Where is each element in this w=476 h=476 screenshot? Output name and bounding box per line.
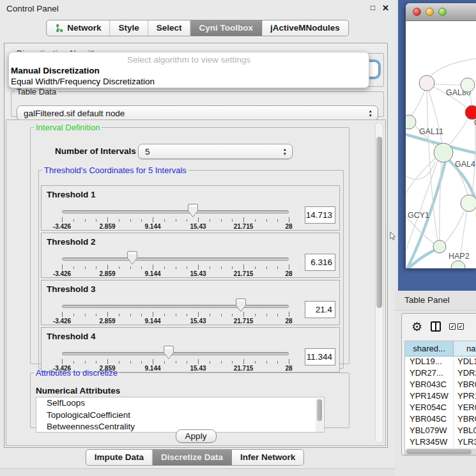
network-node-c[interactable] bbox=[465, 105, 476, 119]
threshold-value-field[interactable]: 14.713 bbox=[305, 206, 335, 224]
tab-label: Network bbox=[67, 23, 101, 33]
number-of-intervals-select[interactable]: 5 ▲▼ bbox=[138, 144, 293, 159]
table-panel-header: Table Panel bbox=[395, 291, 476, 311]
network-view-window[interactable]: GAL80GACGAL11GAL4GCY1HHAP2 bbox=[406, 3, 476, 268]
attribute-item-selfloops[interactable]: SelfLoops bbox=[36, 397, 324, 410]
attributes-legend: Attributes to discretize bbox=[34, 368, 119, 378]
table-row[interactable]: YBR045CYBR0 bbox=[405, 414, 476, 426]
slider-handle[interactable] bbox=[235, 298, 247, 312]
algorithm-option-manual[interactable]: Manual Discretization bbox=[11, 66, 100, 75]
network-edge[interactable] bbox=[472, 119, 475, 195]
tab-select[interactable]: Select bbox=[148, 20, 191, 36]
column-header-shared-name[interactable]: shared... bbox=[405, 341, 454, 356]
close-icon[interactable]: ✕ bbox=[382, 3, 389, 13]
top-tab-bar: NetworkStyleSelectCyni ToolboxjActiveMNo… bbox=[46, 20, 349, 36]
slider-track[interactable] bbox=[62, 210, 289, 213]
table-row[interactable]: YPR145WYPR1 bbox=[405, 391, 476, 403]
tab-discretize-data[interactable]: Discretize Data bbox=[153, 450, 232, 465]
number-of-intervals-label: Number of Intervals bbox=[55, 146, 136, 156]
slider-handle[interactable] bbox=[127, 250, 138, 265]
tab-label: Select bbox=[157, 23, 182, 33]
cell-name: YBL0 bbox=[454, 426, 476, 437]
table-panel-title: Table Panel bbox=[404, 295, 450, 305]
network-node-ga[interactable] bbox=[461, 78, 475, 92]
tab-style[interactable]: Style bbox=[110, 20, 148, 36]
gear-icon[interactable]: ⚙ bbox=[411, 321, 422, 333]
slider-handle[interactable] bbox=[187, 203, 199, 218]
network-node[interactable] bbox=[451, 261, 465, 268]
network-window-titlebar[interactable] bbox=[406, 3, 476, 21]
tab-jactivemnodules[interactable]: jActiveMNodules bbox=[262, 20, 348, 36]
table-row[interactable]: YER054CYER0 bbox=[405, 403, 476, 414]
list-scrollbar[interactable] bbox=[316, 398, 323, 433]
table-data-legend: Table Data bbox=[15, 87, 58, 96]
cell-shared-name: YBR045C bbox=[405, 414, 454, 426]
select-columns-icon[interactable]: ✓✓ bbox=[449, 323, 464, 330]
settings-scrollpane: Interval Definition Number of Intervals … bbox=[6, 119, 386, 446]
table-row[interactable]: YBL079WYBL0 bbox=[405, 426, 476, 437]
network-edge[interactable] bbox=[406, 160, 438, 259]
table-data-select[interactable]: galFiltered.sif default node ▲▼ bbox=[17, 105, 378, 121]
network-edge[interactable] bbox=[434, 84, 461, 85]
node-table[interactable]: shared... na YDL19...YDL1YDR27...YDR2YBR… bbox=[404, 341, 476, 455]
network-edge[interactable] bbox=[445, 211, 464, 243]
slider-tick-labels: -3.4262.8599.14415.4321.71528 bbox=[62, 318, 289, 325]
threshold-card-3: Threshold 3-3.4262.8599.14415.4321.71528… bbox=[41, 280, 340, 325]
close-traffic-light-icon[interactable] bbox=[413, 8, 421, 16]
float-icon[interactable]: □ bbox=[371, 3, 375, 12]
attribute-item-topologicalcoefficient[interactable]: TopologicalCoefficient bbox=[36, 410, 324, 422]
control-panel-titlebar: Control Panel □ ✕ bbox=[0, 0, 395, 17]
slider-track[interactable] bbox=[62, 305, 289, 308]
node-label: GAL4 bbox=[455, 160, 475, 169]
minimize-traffic-light-icon[interactable] bbox=[426, 8, 434, 16]
network-node-hap2[interactable] bbox=[433, 240, 446, 253]
table-row[interactable]: YDR27...YDR2 bbox=[405, 368, 476, 380]
cyni-toolbox-panel: Discretization Algorithm Select algorith… bbox=[4, 43, 388, 448]
tab-infer-network[interactable]: Infer Network bbox=[232, 450, 303, 465]
panel-scrollbar[interactable] bbox=[375, 122, 383, 443]
column-layout-icon[interactable] bbox=[431, 321, 441, 332]
threshold-card-1: Threshold 1-3.4262.8599.14415.4321.71528… bbox=[41, 185, 340, 231]
zoom-traffic-light-icon[interactable] bbox=[438, 8, 447, 16]
table-row[interactable]: YBR043CYBR0 bbox=[405, 380, 476, 391]
slider-ticks bbox=[62, 265, 289, 270]
tab-label: Discretize Data bbox=[161, 452, 223, 462]
network-icon bbox=[55, 24, 63, 33]
table-row[interactable]: YDL19...YDL1 bbox=[405, 357, 476, 368]
network-edge[interactable] bbox=[411, 90, 425, 116]
slider-ticks bbox=[62, 312, 289, 318]
cell-name: YDL1 bbox=[454, 357, 476, 368]
network-edge[interactable] bbox=[440, 162, 441, 240]
algorithm-placeholder-option[interactable]: Select algorithm to view settings bbox=[9, 55, 369, 65]
network-canvas[interactable]: GAL80GACGAL11GAL4GCY1HHAP2 bbox=[406, 21, 476, 268]
table-horizontal-scrollbar[interactable] bbox=[405, 449, 476, 455]
threshold-value-field[interactable]: 6.316 bbox=[305, 254, 335, 271]
interval-definition-group: Interval Definition Number of Intervals … bbox=[30, 123, 349, 364]
numerical-attributes-list[interactable]: SelfLoopsTopologicalCoefficientBetweenne… bbox=[36, 397, 325, 433]
tab-network[interactable]: Network bbox=[47, 20, 110, 36]
cell-shared-name: YER054C bbox=[405, 403, 454, 414]
network-node-gal80[interactable] bbox=[419, 75, 434, 91]
network-node-gal4[interactable] bbox=[434, 143, 453, 162]
number-of-intervals-value: 5 bbox=[145, 147, 150, 157]
threshold-value-field[interactable]: 11.344 bbox=[305, 348, 335, 365]
slider-track[interactable] bbox=[62, 257, 289, 261]
column-header-name[interactable]: na bbox=[454, 341, 476, 356]
algorithm-option-equal-width[interactable]: Equal Width/Frequency Discretization bbox=[11, 77, 155, 86]
apply-button[interactable]: Apply bbox=[176, 429, 217, 443]
tab-cyni-toolbox[interactable]: Cyni Toolbox bbox=[191, 20, 263, 36]
table-row[interactable]: YLR345WYLR3 bbox=[405, 437, 476, 449]
slider-track[interactable] bbox=[62, 352, 289, 355]
tab-impute-data[interactable]: Impute Data bbox=[86, 450, 153, 465]
threshold-value-field[interactable]: 21.4 bbox=[305, 301, 335, 318]
network-edge[interactable] bbox=[449, 118, 468, 145]
network-edge[interactable] bbox=[430, 58, 476, 77]
threshold-label: Threshold 2 bbox=[47, 237, 96, 247]
attributes-group: Attributes to discretize Numerical Attri… bbox=[30, 368, 349, 428]
network-node-gal11[interactable] bbox=[406, 115, 416, 129]
slider-handle[interactable] bbox=[163, 345, 174, 360]
network-node-h[interactable] bbox=[461, 195, 476, 211]
node-label: HAP2 bbox=[449, 252, 470, 261]
table-data-group: Table Data galFiltered.sif default node … bbox=[11, 87, 384, 117]
node-label: GAL11 bbox=[419, 127, 443, 136]
